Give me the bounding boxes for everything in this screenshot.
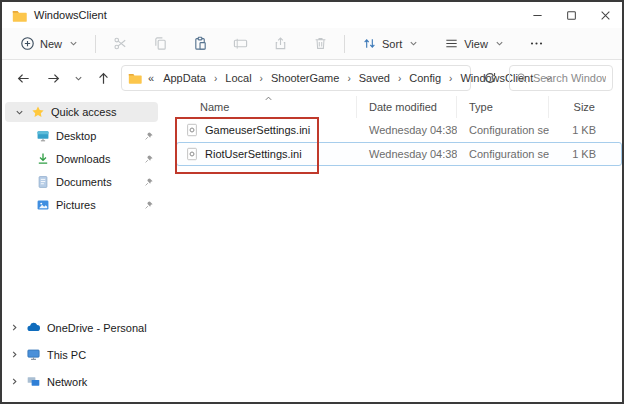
breadcrumb-separator: › [397,73,402,84]
column-header-name[interactable]: Name [176,96,356,118]
toolbar-separator [344,35,345,53]
breadcrumb-separator: › [213,73,218,84]
column-header-size[interactable]: Size [548,96,608,118]
column-header-type[interactable]: Type [456,96,548,118]
chevron-right-icon[interactable] [8,350,20,359]
pictures-icon [36,198,50,212]
share-icon [273,36,288,51]
up-button[interactable] [91,66,115,90]
window-title: WindowsClient [34,9,107,21]
view-button[interactable]: View [438,32,510,55]
breadcrumb-bar[interactable]: « AppData › Local › ShooterGame › Saved … [121,65,471,91]
cut-icon [113,36,128,51]
file-row-riotusersettings[interactable]: RiotUserSettings.ini Wednesday 04:38 PM … [176,142,622,166]
close-button[interactable] [588,2,622,28]
sidebar-item-this-pc[interactable]: This PC [2,341,170,368]
sort-ascending-caret-icon [264,94,273,103]
search-box[interactable]: Search WindowsC... [509,65,613,91]
onedrive-cloud-icon [26,320,41,335]
folder-icon [12,9,27,22]
sidebar-item-onedrive[interactable]: OneDrive - Personal [2,314,170,341]
pin-icon [144,131,154,141]
breadcrumb-appdata[interactable]: AppData [160,70,209,86]
file-size: 1 KB [549,143,609,165]
new-button[interactable]: New [14,32,84,55]
breadcrumb-config[interactable]: Config [406,70,444,86]
breadcrumb-saved[interactable]: Saved [356,70,393,86]
sidebar-item-quick-access[interactable]: Quick access [5,102,158,122]
file-type: Configuration sett... [457,143,549,165]
ellipsis-icon [529,36,544,51]
breadcrumb-separator: › [448,73,453,84]
breadcrumb-overflow[interactable]: « [146,72,156,84]
view-list-icon [444,36,459,51]
breadcrumb-separator: › [259,73,264,84]
sidebar-item-network[interactable]: Network [2,368,170,395]
sidebar-item-label: Downloads [56,153,138,165]
rename-button[interactable] [227,32,253,56]
recent-locations-button[interactable] [71,66,85,90]
chevron-down-icon [409,39,418,48]
file-name: RiotUserSettings.ini [205,148,302,160]
chevron-right-icon[interactable] [8,323,20,332]
back-button[interactable] [11,66,35,90]
ini-file-icon [185,123,199,137]
sidebar-item-pictures[interactable]: Pictures [2,193,170,216]
sort-button[interactable]: Sort [356,32,424,55]
paste-button[interactable] [187,32,213,56]
sort-button-label: Sort [382,38,402,50]
search-icon [516,72,528,84]
refresh-button[interactable] [477,66,503,90]
chevron-down-icon [495,39,504,48]
minimize-button[interactable] [520,2,554,28]
sidebar-item-documents[interactable]: Documents [2,170,170,193]
pin-icon [144,200,154,210]
sidebar-item-downloads[interactable]: Downloads [2,147,170,170]
sidebar-item-label: Quick access [51,106,152,118]
sidebar-item-desktop[interactable]: Desktop [2,124,170,147]
maximize-button[interactable] [554,2,588,28]
copy-icon [153,36,168,51]
desktop-icon [36,129,50,143]
main-area: Quick access Desktop Downloads [2,96,622,402]
breadcrumb-separator: › [346,73,351,84]
navigation-pane: Quick access Desktop Downloads [2,96,170,402]
breadcrumb-local[interactable]: Local [222,70,254,86]
sort-arrows-icon [362,36,377,51]
ini-file-icon [185,147,199,161]
sidebar-item-label: This PC [47,349,164,361]
file-row-gameusersettings[interactable]: GameuserSettings.ini Wednesday 04:38 PM … [176,118,622,142]
chevron-down-icon [69,39,78,48]
rename-icon [233,36,248,51]
column-header-date-modified[interactable]: Date modified [356,96,456,118]
trash-icon [313,36,328,51]
network-icon [26,374,41,389]
column-headers: Name Date modified Type Size [176,96,622,118]
breadcrumb-shootergame[interactable]: ShooterGame [268,70,342,86]
downloads-icon [36,152,50,166]
chevron-right-icon[interactable] [8,377,20,386]
this-pc-icon [26,347,41,362]
file-list-pane: Name Date modified Type Size GameuserS [170,96,622,402]
title-bar: WindowsClient [2,2,622,28]
delete-button[interactable] [307,32,333,56]
sidebar-item-label: Pictures [56,199,138,211]
share-button[interactable] [267,32,293,56]
view-button-label: View [464,38,488,50]
copy-button[interactable] [147,32,173,56]
search-placeholder: Search WindowsC... [533,72,606,84]
file-name: GameuserSettings.ini [205,124,310,136]
file-type: Configuration sett... [457,119,549,141]
sidebar-item-label: Desktop [56,130,138,142]
column-header-label: Name [200,101,229,113]
more-options-button[interactable] [524,32,550,56]
window-controls [520,2,622,28]
address-bar-row: « AppData › Local › ShooterGame › Saved … [2,60,622,96]
explorer-window: WindowsClient New [0,0,624,404]
documents-icon [36,175,50,189]
new-button-label: New [40,38,62,50]
chevron-down-icon[interactable] [13,108,25,117]
cut-button[interactable] [107,32,133,56]
forward-button[interactable] [41,66,65,90]
toolbar-separator [95,35,96,53]
